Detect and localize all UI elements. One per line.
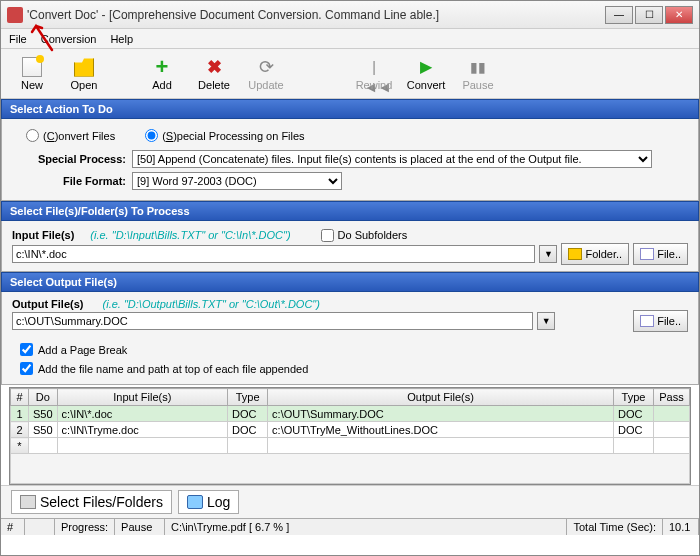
open-button[interactable]: Open xyxy=(61,55,107,93)
table-row-new[interactable]: * xyxy=(11,438,690,454)
section-input-body: Input File(s) (i.e. "D:\Input\Bills.TXT"… xyxy=(1,221,699,272)
minimize-button[interactable]: — xyxy=(605,6,633,24)
menu-bar: File Conversion Help xyxy=(1,29,699,49)
status-path: C:\in\Tryme.pdf [ 6.7 % ] xyxy=(165,519,567,535)
table-row[interactable]: 2 S50 c:\IN\Tryme.doc DOC c:\OUT\TryMe_W… xyxy=(11,422,690,438)
close-button[interactable]: ✕ xyxy=(665,6,693,24)
convert-button[interactable]: ▶Convert xyxy=(403,55,449,93)
folder-icon xyxy=(568,248,582,260)
section-output-body: Output File(s) (i.e. "D:\Output\Bills.TX… xyxy=(1,292,699,385)
grid-header-row: # Do Input File(s) Type Output File(s) T… xyxy=(11,389,690,406)
section-input-header: Select File(s)/Folder(s) To Process xyxy=(1,201,699,221)
update-button[interactable]: ⟳Update xyxy=(243,55,289,93)
add-button[interactable]: +Add xyxy=(139,55,185,93)
status-bar: # Progress: Pause C:\in\Tryme.pdf [ 6.7 … xyxy=(1,518,699,535)
title-bar: 'Convert Doc' - [Comprehensive Document … xyxy=(1,1,699,29)
radio-special-processing[interactable]: (S)pecial Processing on Files xyxy=(145,129,304,142)
special-process-label: Special Process: xyxy=(12,153,132,165)
file-format-select[interactable]: [9] Word 97-2003 (DOC) xyxy=(132,172,342,190)
delete-button[interactable]: ✖Delete xyxy=(191,55,237,93)
special-process-select[interactable]: [50] Append (Concatenate) files. Input f… xyxy=(132,150,652,168)
input-dropdown-icon[interactable]: ▼ xyxy=(539,245,557,263)
pause-button[interactable]: ▮▮Pause xyxy=(455,55,501,93)
input-hint: (i.e. "D:\Input\Bills.TXT" or "C:\In\*.D… xyxy=(74,229,290,241)
menu-file[interactable]: File xyxy=(9,33,27,45)
output-file-browse-button[interactable]: File.. xyxy=(633,310,688,332)
do-subfolders-checkbox[interactable]: Do Subfolders xyxy=(321,229,408,242)
jobs-grid: # Do Input File(s) Type Output File(s) T… xyxy=(9,387,691,485)
table-row[interactable]: 1 S50 c:\IN\*.doc DOC c:\OUT\Summary.DOC… xyxy=(11,406,690,422)
input-file-field[interactable] xyxy=(12,245,535,263)
page-break-checkbox[interactable] xyxy=(20,343,33,356)
toolbar: New Open +Add ✖Delete ⟳Update |◄◄Rewind … xyxy=(1,49,699,99)
window-title: 'Convert Doc' - [Comprehensive Document … xyxy=(27,8,605,22)
filename-path-checkbox[interactable] xyxy=(20,362,33,375)
radio-convert-files[interactable]: (C)onvert Files xyxy=(26,129,115,142)
tab-select-files[interactable]: Select Files/Folders xyxy=(11,490,172,514)
section-action-header: Select Action To Do xyxy=(1,99,699,119)
log-icon xyxy=(187,495,203,509)
status-total-value: 10.1 xyxy=(663,519,699,535)
status-pause: Pause xyxy=(115,519,165,535)
app-icon xyxy=(7,7,23,23)
folder-browse-button[interactable]: Folder.. xyxy=(561,243,629,265)
file-browse-button[interactable]: File.. xyxy=(633,243,688,265)
new-button[interactable]: New xyxy=(9,55,55,93)
status-progress-label: Progress: xyxy=(55,519,115,535)
output-files-label: Output File(s) xyxy=(12,296,84,312)
menu-help[interactable]: Help xyxy=(110,33,133,45)
file-icon xyxy=(640,315,654,327)
files-icon xyxy=(20,495,36,509)
input-files-label: Input File(s) xyxy=(12,227,74,243)
menu-conversion[interactable]: Conversion xyxy=(41,33,97,45)
section-action-body: (C)onvert Files (S)pecial Processing on … xyxy=(1,119,699,201)
output-dropdown-icon[interactable]: ▼ xyxy=(537,312,555,330)
bottom-tabs: Select Files/Folders Log xyxy=(1,485,699,518)
section-output-header: Select Output File(s) xyxy=(1,272,699,292)
output-file-field[interactable] xyxy=(12,312,533,330)
status-total-label: Total Time (Sec): xyxy=(567,519,663,535)
tab-log[interactable]: Log xyxy=(178,490,239,514)
maximize-button[interactable]: ☐ xyxy=(635,6,663,24)
rewind-button[interactable]: |◄◄Rewind xyxy=(351,55,397,93)
output-hint: (i.e. "D:\Output\Bills.TXT" or "C:\Out\*… xyxy=(87,298,320,310)
file-icon xyxy=(640,248,654,260)
status-num: # xyxy=(1,519,25,535)
file-format-label: File Format: xyxy=(12,175,132,187)
